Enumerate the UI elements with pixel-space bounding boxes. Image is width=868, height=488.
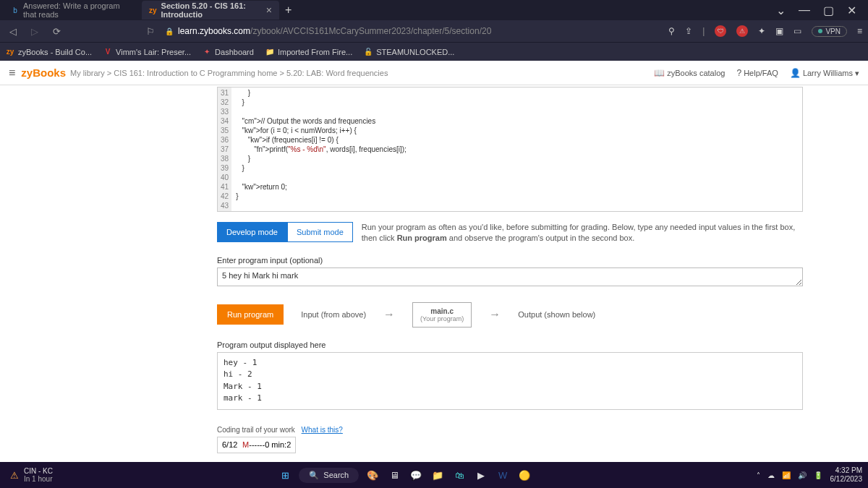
- url-field[interactable]: 🔒 learn.zybooks.com/zybook/AVCCIS161McCa…: [165, 26, 661, 36]
- taskbar-app-6[interactable]: ▶: [473, 467, 489, 483]
- search-icon: 🔍: [309, 471, 319, 480]
- address-bar: ◁ ▷ ⟳ ⚐ 🔒 learn.zybooks.com/zybook/AVCCI…: [0, 20, 868, 42]
- tab-favicon: b: [12, 6, 19, 14]
- weather-widget[interactable]: ⚠ CIN - KC In 1 hour: [10, 467, 53, 483]
- line-gutter: 31323334353637383940414243: [218, 87, 231, 211]
- bookmark-imported[interactable]: 📁Imported From Fire...: [265, 48, 352, 56]
- minimize-icon[interactable]: —: [799, 4, 810, 17]
- tray-wifi-icon[interactable]: 📶: [782, 471, 791, 479]
- taskbar-app-1[interactable]: 🎨: [365, 467, 380, 483]
- arrow-icon: →: [489, 308, 501, 321]
- clock[interactable]: 4:32 PM 6/12/2023: [830, 466, 862, 484]
- program-output: hey - 1 hi - 2 Mark - 1 mark - 1: [217, 352, 803, 410]
- user-menu[interactable]: 👤 Larry Williams ▾: [790, 68, 859, 78]
- tab-favicon: zy: [149, 6, 157, 14]
- help-link[interactable]: ? Help/FAQ: [736, 68, 778, 78]
- bookmark-dashboard[interactable]: ✦Dashboard: [203, 48, 254, 56]
- reload-button[interactable]: ⟳: [49, 26, 64, 37]
- tray-cloud-icon[interactable]: ☁: [767, 471, 775, 479]
- run-program-button[interactable]: Run program: [217, 304, 284, 325]
- develop-mode-button[interactable]: Develop mode: [217, 222, 287, 242]
- taskbar-center: ⊞ 🔍 Search 🎨 🖥 💬 📁 🛍 ▶ W 🟡: [277, 467, 532, 483]
- output-label: Program output displayed here: [217, 341, 803, 349]
- extension-badge-2[interactable]: ⚠: [736, 25, 748, 37]
- tab-bartleby[interactable]: b Answered: Write a program that reads: [4, 1, 142, 20]
- taskbar-search[interactable]: 🔍 Search: [299, 468, 359, 483]
- extension-badge-1[interactable]: 🛡: [715, 25, 726, 37]
- search-small-icon[interactable]: ⚲: [668, 26, 675, 36]
- weather-icon: ⚠: [10, 470, 19, 481]
- taskbar-app-2[interactable]: 🖥: [386, 467, 402, 483]
- breadcrumb[interactable]: My library > CIS 161: Introduction to C …: [70, 69, 388, 77]
- toolbar-icons: ⚲ ⇪ | 🛡 ⚠ ✦ ▣ ▭ VPN ≡: [668, 25, 862, 37]
- system-tray: ˄ ☁ 📶 🔊 🔋 4:32 PM 6/12/2023: [757, 466, 862, 484]
- code-editor[interactable]: 31323334353637383940414243 } } "cm">// O…: [217, 87, 803, 212]
- windows-taskbar: ⚠ CIN - KC In 1 hour ⊞ 🔍 Search 🎨 🖥 💬 📁 …: [0, 462, 868, 488]
- bookmark-zybooks[interactable]: zyzyBooks - Build Co...: [6, 48, 92, 56]
- taskbar-word[interactable]: W: [495, 467, 511, 483]
- tab-label: Section 5.20 - CIS 161: Introductio: [161, 1, 259, 19]
- zybooks-logo[interactable]: zyBooks: [21, 67, 66, 79]
- arrow-icon: →: [383, 308, 395, 321]
- lock-icon: 🔒: [165, 27, 174, 35]
- tray-chevron[interactable]: ˄: [757, 471, 760, 479]
- taskbar-chrome[interactable]: 🟡: [516, 467, 532, 483]
- wallet-icon[interactable]: ▭: [793, 26, 801, 36]
- close-icon[interactable]: ×: [266, 4, 272, 16]
- bookmark-icon[interactable]: ⚐: [143, 26, 158, 37]
- flow-output-label: Output (shown below): [518, 310, 595, 319]
- tab-label: Answered: Write a program that reads: [23, 1, 135, 19]
- mode-toggle: Develop mode Submit mode: [217, 222, 353, 242]
- share-icon[interactable]: ⇪: [685, 26, 692, 36]
- menu-icon[interactable]: ≡: [857, 26, 862, 36]
- page-content: ≡ zyBooks My library > CIS 161: Introduc…: [0, 61, 868, 462]
- program-input[interactable]: [217, 267, 803, 286]
- taskbar-app-3[interactable]: 💬: [408, 467, 424, 483]
- hamburger-icon[interactable]: ≡: [9, 67, 15, 80]
- submit-mode-button[interactable]: Submit mode: [287, 222, 353, 242]
- lab-content: 31323334353637383940414243 } } "cm">// O…: [0, 85, 868, 462]
- input-label: Enter program input (optional): [217, 256, 803, 265]
- coding-trail-label: Coding trail of your work What is this?: [217, 426, 803, 434]
- sidebar-icon[interactable]: ▣: [775, 26, 783, 36]
- window-controls: ⌄ — ▢ ✕: [769, 4, 864, 17]
- coding-trail: 6/12 M------0 min:2: [217, 437, 296, 453]
- taskbar-app-4[interactable]: 📁: [430, 467, 446, 483]
- bookmark-vimms[interactable]: VVimm's Lair: Preser...: [103, 48, 191, 56]
- catalog-link[interactable]: 📖 zyBooks catalog: [654, 68, 725, 78]
- tab-zybooks[interactable]: zy Section 5.20 - CIS 161: Introductio ×: [142, 1, 279, 20]
- tray-volume-icon[interactable]: 🔊: [798, 471, 807, 479]
- vpn-pill[interactable]: VPN: [812, 26, 847, 37]
- extensions-icon[interactable]: ✦: [758, 26, 765, 36]
- browser-tab-strip: b Answered: Write a program that reads z…: [0, 0, 868, 20]
- code-lines[interactable]: } } "cm">// Output the words and frequen…: [231, 87, 802, 211]
- chevron-down-icon[interactable]: ⌄: [776, 4, 786, 17]
- flow-input-label: Input (from above): [301, 310, 366, 319]
- new-tab-button[interactable]: +: [279, 4, 297, 17]
- bookmark-steamunlocked[interactable]: 🔓STEAMUNLOCKED...: [364, 48, 454, 56]
- start-button[interactable]: ⊞: [277, 467, 293, 483]
- run-flow: Run program Input (from above) → main.c …: [217, 302, 803, 328]
- tray-battery-icon[interactable]: 🔋: [814, 471, 822, 479]
- vpn-status-dot: [818, 29, 822, 33]
- back-button[interactable]: ◁: [6, 26, 20, 37]
- zybooks-header: ≡ zyBooks My library > CIS 161: Introduc…: [0, 61, 868, 85]
- what-is-this-link[interactable]: What is this?: [302, 426, 343, 434]
- url-path: /zybook/AVCCIS161McCarySummer2023/chapte…: [250, 26, 491, 36]
- forward-button[interactable]: ▷: [27, 26, 42, 37]
- bookmarks-bar: zyzyBooks - Build Co... VVimm's Lair: Pr…: [0, 42, 868, 61]
- url-domain: learn.zybooks.com: [178, 26, 250, 36]
- mode-description: Run your program as often as you'd like,…: [362, 222, 803, 244]
- close-window-icon[interactable]: ✕: [847, 4, 856, 17]
- maximize-icon[interactable]: ▢: [823, 4, 834, 17]
- taskbar-app-5[interactable]: 🛍: [451, 467, 467, 483]
- program-box: main.c (Your program): [412, 302, 472, 328]
